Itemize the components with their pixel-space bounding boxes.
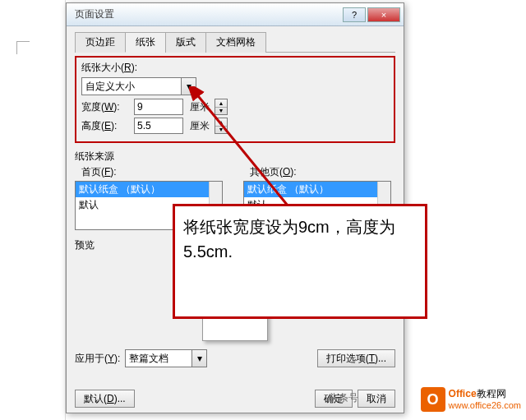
width-row: 宽度(W): 9 厘米 ▲▼ bbox=[81, 99, 389, 115]
tab-layout[interactable]: 版式 bbox=[165, 32, 206, 53]
apply-select[interactable]: 整篇文档 ▾ bbox=[125, 349, 207, 367]
height-key: E bbox=[104, 120, 111, 132]
watermark: O Office教程网 www.office26.com bbox=[421, 387, 521, 412]
print-options-text: 打印选项 bbox=[326, 352, 366, 366]
watermark-url: www.office26.com bbox=[449, 400, 521, 410]
paper-size-select[interactable]: 自定义大小 ▾ bbox=[81, 77, 196, 95]
height-input[interactable]: 5.5 bbox=[134, 118, 183, 134]
chevron-up-icon[interactable]: ▲ bbox=[215, 118, 227, 127]
watermark-logo-icon: O bbox=[421, 387, 445, 412]
headline-text: 头条号 bbox=[329, 391, 358, 405]
paper-size-select-row: 自定义大小 ▾ bbox=[81, 77, 389, 95]
height-label-text: 高度 bbox=[81, 120, 101, 132]
watermark-brand-bold: Office bbox=[449, 388, 477, 399]
first-page-label: 首页(F): bbox=[75, 165, 227, 179]
width-label: 宽度(W): bbox=[81, 100, 129, 114]
dialog-title: 页面设置 bbox=[70, 7, 343, 21]
first-key: F bbox=[104, 166, 110, 178]
dropdown-icon[interactable]: ▾ bbox=[191, 350, 206, 367]
height-spinner[interactable]: ▲▼ bbox=[215, 118, 228, 134]
other-page-text: 其他页 bbox=[250, 166, 279, 178]
height-label: 高度(E): bbox=[81, 119, 129, 133]
print-options-button[interactable]: 打印选项(T)... bbox=[317, 349, 395, 367]
paper-size-group: 纸张大小(R): 自定义大小 ▾ 宽度(W): 9 厘米 ▲▼ 高度(E): 5… bbox=[75, 56, 395, 143]
default-button[interactable]: 默认(D)... bbox=[75, 390, 135, 408]
paper-size-key: R bbox=[124, 62, 132, 73]
chevron-down-icon[interactable]: ▼ bbox=[215, 108, 227, 115]
help-button[interactable]: ? bbox=[343, 7, 366, 22]
apply-key: Y bbox=[108, 353, 114, 364]
dropdown-icon[interactable]: ▾ bbox=[181, 78, 196, 95]
page-background bbox=[0, 0, 66, 420]
print-key: T bbox=[369, 353, 375, 364]
page-corner-mark bbox=[16, 41, 30, 54]
width-spinner[interactable]: ▲▼ bbox=[215, 99, 228, 115]
paper-size-label-text: 纸张大小 bbox=[81, 62, 121, 73]
apply-label: 应用于(Y): bbox=[75, 352, 120, 366]
width-key: W bbox=[104, 101, 113, 113]
default-text: 默认 bbox=[84, 392, 104, 406]
titlebar: 页面设置 ? × bbox=[67, 3, 404, 26]
annotation-callout: 将纸张宽度设为9cm，高度为5.5cm. bbox=[173, 204, 427, 319]
default-key: D bbox=[107, 393, 114, 404]
tab-margins[interactable]: 页边距 bbox=[75, 32, 126, 53]
watermark-brand: Office教程网 bbox=[449, 389, 521, 399]
list-item[interactable]: 默认纸盒 （默认） bbox=[76, 182, 222, 197]
first-page-text: 首页 bbox=[81, 166, 101, 178]
watermark-brand-suffix: 教程网 bbox=[477, 388, 506, 399]
height-unit: 厘米 bbox=[190, 119, 210, 133]
close-button[interactable]: × bbox=[367, 7, 400, 22]
width-label-text: 宽度 bbox=[81, 101, 101, 113]
other-key: O bbox=[283, 166, 290, 178]
other-page-label: 其他页(O): bbox=[243, 165, 395, 179]
width-unit: 厘米 bbox=[190, 100, 210, 114]
apply-label-text: 应用于 bbox=[75, 353, 104, 364]
annotation-text: 将纸张宽度设为9cm，高度为5.5cm. bbox=[183, 218, 395, 261]
cancel-button[interactable]: 取消 bbox=[358, 390, 395, 408]
width-input[interactable]: 9 bbox=[134, 99, 183, 115]
paper-size-label: 纸张大小(R): bbox=[81, 61, 389, 75]
list-item[interactable]: 默认纸盒 （默认） bbox=[244, 182, 390, 197]
watermark-text: Office教程网 www.office26.com bbox=[449, 389, 521, 409]
tab-grid[interactable]: 文档网格 bbox=[205, 32, 266, 53]
chevron-down-icon[interactable]: ▼ bbox=[215, 127, 227, 134]
tabs: 页边距 纸张 版式 文档网格 bbox=[75, 31, 395, 53]
tab-paper[interactable]: 纸张 bbox=[125, 32, 166, 53]
paper-size-value: 自定义大小 bbox=[85, 80, 135, 94]
apply-row: 应用于(Y): 整篇文档 ▾ 打印选项(T)... bbox=[75, 349, 395, 367]
chevron-up-icon[interactable]: ▲ bbox=[215, 99, 227, 108]
height-row: 高度(E): 5.5 厘米 ▲▼ bbox=[81, 118, 389, 134]
height-value: 5.5 bbox=[137, 120, 151, 132]
dialog-body: 页边距 纸张 版式 文档网格 纸张大小(R): 自定义大小 ▾ 宽度(W): 9… bbox=[67, 26, 404, 374]
apply-value: 整篇文档 bbox=[129, 352, 168, 366]
width-value: 9 bbox=[137, 101, 143, 113]
titlebar-buttons: ? × bbox=[343, 7, 400, 22]
paper-source-title: 纸张来源 bbox=[75, 150, 395, 164]
